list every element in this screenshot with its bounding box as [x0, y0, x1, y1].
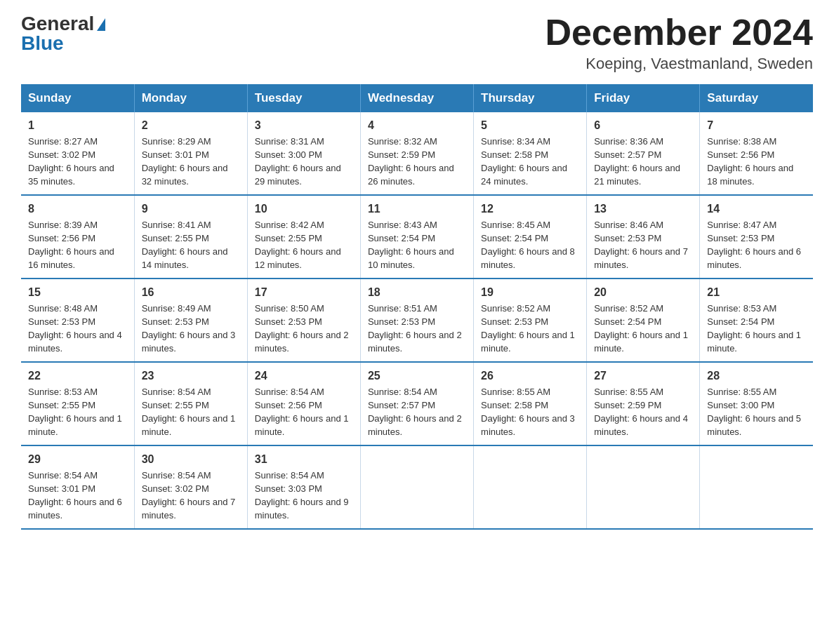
calendar-cell: 23Sunrise: 8:54 AMSunset: 2:55 PMDayligh… — [134, 362, 247, 445]
calendar-cell: 5Sunrise: 8:34 AMSunset: 2:58 PMDaylight… — [474, 112, 587, 195]
day-info: Sunrise: 8:52 AMSunset: 2:53 PMDaylight:… — [481, 303, 575, 354]
day-number: 15 — [28, 285, 127, 300]
col-wednesday: Wednesday — [360, 84, 473, 112]
calendar-cell: 8Sunrise: 8:39 AMSunset: 2:56 PMDaylight… — [21, 195, 134, 279]
calendar-header: Sunday Monday Tuesday Wednesday Thursday… — [21, 84, 813, 112]
title-section: December 2024 Koeping, Vaestmanland, Swe… — [545, 14, 813, 73]
calendar-cell: 6Sunrise: 8:36 AMSunset: 2:57 PMDaylight… — [587, 112, 700, 195]
calendar-cell: 27Sunrise: 8:55 AMSunset: 2:59 PMDayligh… — [587, 362, 700, 445]
calendar-cell: 24Sunrise: 8:54 AMSunset: 2:56 PMDayligh… — [247, 362, 360, 445]
calendar-cell: 18Sunrise: 8:51 AMSunset: 2:53 PMDayligh… — [360, 279, 473, 362]
calendar-table: Sunday Monday Tuesday Wednesday Thursday… — [21, 84, 813, 530]
day-number: 5 — [481, 118, 579, 133]
day-number: 30 — [142, 452, 240, 467]
calendar-cell: 9Sunrise: 8:41 AMSunset: 2:55 PMDaylight… — [134, 195, 247, 279]
col-friday: Friday — [587, 84, 700, 112]
day-number: 22 — [28, 368, 127, 384]
col-saturday: Saturday — [700, 84, 813, 112]
day-info: Sunrise: 8:43 AMSunset: 2:54 PMDaylight:… — [368, 220, 454, 270]
day-info: Sunrise: 8:38 AMSunset: 2:56 PMDaylight:… — [707, 136, 793, 187]
calendar-week-5: 29Sunrise: 8:54 AMSunset: 3:01 PMDayligh… — [21, 445, 813, 529]
col-thursday: Thursday — [474, 84, 587, 112]
day-number: 2 — [142, 118, 240, 133]
day-info: Sunrise: 8:55 AMSunset: 2:59 PMDaylight:… — [594, 387, 688, 437]
calendar-cell: 12Sunrise: 8:45 AMSunset: 2:54 PMDayligh… — [474, 195, 587, 279]
calendar-cell — [700, 445, 813, 529]
calendar-cell: 22Sunrise: 8:53 AMSunset: 2:55 PMDayligh… — [21, 362, 134, 445]
calendar-cell: 13Sunrise: 8:46 AMSunset: 2:53 PMDayligh… — [587, 195, 700, 279]
calendar-cell: 2Sunrise: 8:29 AMSunset: 3:01 PMDaylight… — [134, 112, 247, 195]
day-info: Sunrise: 8:53 AMSunset: 2:54 PMDaylight:… — [707, 303, 801, 354]
day-number: 26 — [481, 368, 579, 384]
day-info: Sunrise: 8:55 AMSunset: 2:58 PMDaylight:… — [481, 387, 575, 437]
day-info: Sunrise: 8:34 AMSunset: 2:58 PMDaylight:… — [481, 136, 567, 187]
day-number: 11 — [368, 201, 466, 217]
logo-blue-text: Blue — [21, 32, 64, 54]
calendar-cell — [474, 445, 587, 529]
calendar-cell — [360, 445, 473, 529]
day-info: Sunrise: 8:51 AMSunset: 2:53 PMDaylight:… — [368, 303, 462, 354]
day-number: 3 — [255, 118, 353, 133]
calendar-body: 1Sunrise: 8:27 AMSunset: 3:02 PMDaylight… — [21, 112, 813, 529]
day-info: Sunrise: 8:54 AMSunset: 3:03 PMDaylight:… — [255, 470, 349, 521]
day-info: Sunrise: 8:31 AMSunset: 3:00 PMDaylight:… — [255, 136, 341, 187]
day-number: 13 — [594, 201, 692, 217]
day-info: Sunrise: 8:54 AMSunset: 2:57 PMDaylight:… — [368, 387, 462, 437]
day-info: Sunrise: 8:41 AMSunset: 2:55 PMDaylight:… — [142, 220, 228, 270]
calendar-cell: 26Sunrise: 8:55 AMSunset: 2:58 PMDayligh… — [474, 362, 587, 445]
day-number: 17 — [255, 285, 353, 300]
page-header: General Blue December 2024 Koeping, Vaes… — [21, 14, 813, 73]
day-number: 28 — [707, 368, 806, 384]
day-number: 8 — [28, 201, 127, 217]
day-number: 31 — [255, 452, 353, 467]
col-monday: Monday — [134, 84, 247, 112]
day-number: 29 — [28, 452, 127, 467]
day-number: 9 — [142, 201, 240, 217]
logo-triangle-icon — [97, 18, 105, 31]
location-text: Koeping, Vaestmanland, Sweden — [545, 55, 813, 73]
calendar-cell: 10Sunrise: 8:42 AMSunset: 2:55 PMDayligh… — [247, 195, 360, 279]
calendar-cell: 7Sunrise: 8:38 AMSunset: 2:56 PMDaylight… — [700, 112, 813, 195]
calendar-cell — [587, 445, 700, 529]
day-info: Sunrise: 8:52 AMSunset: 2:54 PMDaylight:… — [594, 303, 688, 354]
day-info: Sunrise: 8:55 AMSunset: 3:00 PMDaylight:… — [707, 387, 801, 437]
calendar-cell: 19Sunrise: 8:52 AMSunset: 2:53 PMDayligh… — [474, 279, 587, 362]
col-sunday: Sunday — [21, 84, 134, 112]
calendar-cell: 11Sunrise: 8:43 AMSunset: 2:54 PMDayligh… — [360, 195, 473, 279]
calendar-cell: 17Sunrise: 8:50 AMSunset: 2:53 PMDayligh… — [247, 279, 360, 362]
day-number: 4 — [368, 118, 466, 133]
calendar-week-4: 22Sunrise: 8:53 AMSunset: 2:55 PMDayligh… — [21, 362, 813, 445]
col-tuesday: Tuesday — [247, 84, 360, 112]
day-info: Sunrise: 8:48 AMSunset: 2:53 PMDaylight:… — [28, 303, 122, 354]
calendar-cell: 30Sunrise: 8:54 AMSunset: 3:02 PMDayligh… — [134, 445, 247, 529]
calendar-cell: 28Sunrise: 8:55 AMSunset: 3:00 PMDayligh… — [700, 362, 813, 445]
day-info: Sunrise: 8:29 AMSunset: 3:01 PMDaylight:… — [142, 136, 228, 187]
day-number: 12 — [481, 201, 579, 217]
day-info: Sunrise: 8:47 AMSunset: 2:53 PMDaylight:… — [707, 220, 801, 270]
header-row: Sunday Monday Tuesday Wednesday Thursday… — [21, 84, 813, 112]
day-info: Sunrise: 8:46 AMSunset: 2:53 PMDaylight:… — [594, 220, 688, 270]
calendar-cell: 15Sunrise: 8:48 AMSunset: 2:53 PMDayligh… — [21, 279, 134, 362]
day-info: Sunrise: 8:45 AMSunset: 2:54 PMDaylight:… — [481, 220, 575, 270]
calendar-cell: 25Sunrise: 8:54 AMSunset: 2:57 PMDayligh… — [360, 362, 473, 445]
day-info: Sunrise: 8:54 AMSunset: 3:02 PMDaylight:… — [142, 470, 236, 521]
calendar-week-1: 1Sunrise: 8:27 AMSunset: 3:02 PMDaylight… — [21, 112, 813, 195]
day-number: 27 — [594, 368, 692, 384]
day-info: Sunrise: 8:27 AMSunset: 3:02 PMDaylight:… — [28, 136, 114, 187]
day-number: 23 — [142, 368, 240, 384]
day-number: 25 — [368, 368, 466, 384]
day-number: 24 — [255, 368, 353, 384]
day-info: Sunrise: 8:53 AMSunset: 2:55 PMDaylight:… — [28, 387, 122, 437]
day-info: Sunrise: 8:54 AMSunset: 2:55 PMDaylight:… — [142, 387, 236, 437]
calendar-cell: 3Sunrise: 8:31 AMSunset: 3:00 PMDaylight… — [247, 112, 360, 195]
logo-general-text: General — [21, 13, 94, 34]
month-title: December 2024 — [545, 14, 813, 51]
day-info: Sunrise: 8:32 AMSunset: 2:59 PMDaylight:… — [368, 136, 454, 187]
calendar-cell: 31Sunrise: 8:54 AMSunset: 3:03 PMDayligh… — [247, 445, 360, 529]
day-number: 1 — [28, 118, 127, 133]
calendar-cell: 14Sunrise: 8:47 AMSunset: 2:53 PMDayligh… — [700, 195, 813, 279]
day-info: Sunrise: 8:50 AMSunset: 2:53 PMDaylight:… — [255, 303, 349, 354]
day-info: Sunrise: 8:36 AMSunset: 2:57 PMDaylight:… — [594, 136, 680, 187]
day-number: 6 — [594, 118, 692, 133]
calendar-week-3: 15Sunrise: 8:48 AMSunset: 2:53 PMDayligh… — [21, 279, 813, 362]
